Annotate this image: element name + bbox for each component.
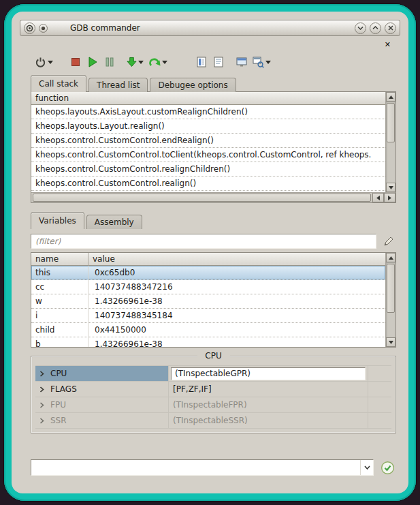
- scrollbar-track[interactable]: [386, 102, 395, 183]
- command-input[interactable]: [31, 460, 360, 475]
- callstack-row[interactable]: kheops.layouts.Layout.realign(): [31, 119, 385, 134]
- tab-call-stack[interactable]: Call stack: [31, 75, 86, 92]
- cpu-row-name[interactable]: SSR: [48, 413, 169, 429]
- chevron-up-icon: [372, 25, 378, 31]
- view-output-button[interactable]: [211, 53, 226, 71]
- chevron-down-icon: [364, 465, 370, 470]
- variables-rows: this 0xc65db0 cc 140737488347216 w 1.432…: [31, 266, 385, 347]
- step-over-dropdown[interactable]: [162, 61, 167, 64]
- arrow-up-icon: [389, 95, 393, 99]
- dock-close-button[interactable]: ✕: [385, 40, 391, 50]
- pin-icon-glyph: [41, 26, 46, 31]
- callstack-row[interactable]: kheops.layouts.AxisLayout.customRealignC…: [31, 105, 385, 119]
- dock-header: ✕: [31, 40, 396, 50]
- gdb-command-combobox[interactable]: [31, 459, 374, 476]
- cpu-row-spacer: [368, 413, 391, 429]
- filter-edit-button[interactable]: [381, 234, 396, 249]
- window-title: GDB commander: [70, 23, 140, 33]
- scrollbar-thumb[interactable]: [33, 194, 371, 202]
- cpu-row-name[interactable]: FLAGS: [48, 382, 169, 397]
- scrollbar-thumb[interactable]: [387, 264, 395, 313]
- expand-chevron-icon[interactable]: [35, 366, 48, 382]
- tab-variables[interactable]: Variables: [31, 212, 84, 229]
- call-stack-rows: kheops.layouts.AxisLayout.customRealignC…: [31, 105, 385, 192]
- combo-dropdown-button[interactable]: [360, 460, 373, 475]
- cpu-row-name[interactable]: CPU: [48, 366, 169, 382]
- variable-row[interactable]: b 1.43266961e-38: [31, 337, 385, 347]
- vertical-scrollbar[interactable]: [385, 92, 395, 192]
- horizontal-scrollbar[interactable]: [31, 192, 395, 202]
- variable-value: 0x44150000: [88, 323, 385, 337]
- app-icon[interactable]: [24, 22, 35, 34]
- value-column-header[interactable]: value: [88, 253, 385, 266]
- stop-button[interactable]: [68, 53, 83, 71]
- scroll-up-button[interactable]: [386, 253, 395, 262]
- power-dropdown[interactable]: [48, 61, 53, 64]
- variables-panel: name value this 0xc65db0 cc 140737488347…: [31, 252, 396, 348]
- scroll-down-button[interactable]: [386, 183, 395, 192]
- titlebar[interactable]: GDB commander: [20, 20, 400, 36]
- step-over-icon: [148, 57, 161, 67]
- variable-row[interactable]: this 0xc65db0: [31, 266, 385, 280]
- tab-debugee-options[interactable]: Debugee options: [150, 78, 236, 92]
- app-icon-glyph: [26, 25, 33, 32]
- scroll-right-button[interactable]: [384, 193, 395, 202]
- send-command-button[interactable]: [380, 460, 395, 475]
- name-column-header[interactable]: name: [31, 253, 88, 266]
- evaluate-button[interactable]: [251, 53, 272, 71]
- expand-chevron-icon[interactable]: [35, 397, 48, 413]
- pin-icon[interactable]: [39, 24, 48, 33]
- power-button[interactable]: [33, 53, 54, 71]
- variable-row[interactable]: cc 140737488347216: [31, 280, 385, 294]
- arrow-down-icon: [389, 341, 393, 344]
- pen-icon: [383, 236, 394, 247]
- cpu-row-spacer: [368, 382, 391, 397]
- callstack-row[interactable]: kheops.control.CustomControl.realignChil…: [31, 162, 385, 177]
- check-circle-icon: [381, 461, 395, 475]
- scroll-left-button[interactable]: [372, 193, 384, 202]
- monitor-icon: [236, 57, 247, 67]
- view-log-button[interactable]: [194, 53, 209, 71]
- step-over-button[interactable]: [147, 53, 169, 71]
- evaluate-dropdown[interactable]: [265, 61, 271, 64]
- tab-thread-list[interactable]: Thread list: [88, 78, 148, 92]
- arrow-down-icon: [389, 186, 393, 189]
- filter-input[interactable]: [31, 234, 376, 249]
- cpu-row-value: (TInspectableGPR): [169, 366, 368, 382]
- variable-row[interactable]: child 0x44150000: [31, 323, 385, 337]
- callstack-row[interactable]: kheops.control.CustomControl.endRealign(…: [31, 134, 385, 148]
- close-button[interactable]: [385, 22, 396, 34]
- variable-row[interactable]: w 1.43266961e-38: [31, 294, 385, 309]
- call-stack-panel: function kheops.layouts.AxisLayout.custo…: [31, 91, 396, 203]
- cpu-inspector: CPU (TInspectableGPR) FLAGS [PF,ZF,IF] F…: [35, 365, 391, 429]
- tab-assembly[interactable]: Assembly: [86, 215, 142, 229]
- chevron-right-icon: [39, 418, 44, 424]
- scrollbar-thumb[interactable]: [387, 103, 395, 142]
- pause-button[interactable]: [102, 53, 117, 71]
- vertical-scrollbar[interactable]: [385, 253, 395, 347]
- function-column-header[interactable]: function: [31, 92, 385, 105]
- scrollbar-track[interactable]: [386, 262, 395, 337]
- cpu-row-name[interactable]: FPU: [48, 397, 169, 413]
- expand-chevron-icon[interactable]: [35, 413, 48, 429]
- cpu-row-value: (TInspectableFPR): [169, 397, 368, 413]
- run-button[interactable]: [85, 53, 100, 71]
- scroll-down-button[interactable]: [386, 337, 395, 347]
- callstack-row[interactable]: kheops.control.CustomControl.toClient(kh…: [31, 148, 385, 162]
- step-into-button[interactable]: [125, 53, 145, 71]
- chevron-down-icon: [357, 25, 364, 31]
- scroll-up-button[interactable]: [386, 92, 395, 102]
- arrow-up-icon: [389, 256, 393, 260]
- variable-name: this: [31, 266, 88, 279]
- callstack-row[interactable]: kheops.control.CustomControl.realign(): [31, 177, 385, 191]
- expand-chevron-icon[interactable]: [35, 382, 48, 397]
- step-into-dropdown[interactable]: [138, 61, 144, 64]
- shade-button[interactable]: [355, 22, 366, 34]
- gdb-commander-window: GDB commander ✕: [12, 12, 408, 493]
- maximize-button[interactable]: [370, 22, 381, 34]
- cpu-value-field[interactable]: (TInspectableGPR): [171, 367, 366, 380]
- variable-name: b: [31, 337, 88, 347]
- close-icon: [388, 25, 393, 31]
- view-target-button[interactable]: [234, 53, 249, 71]
- variable-row[interactable]: i 140737488345184: [31, 309, 385, 323]
